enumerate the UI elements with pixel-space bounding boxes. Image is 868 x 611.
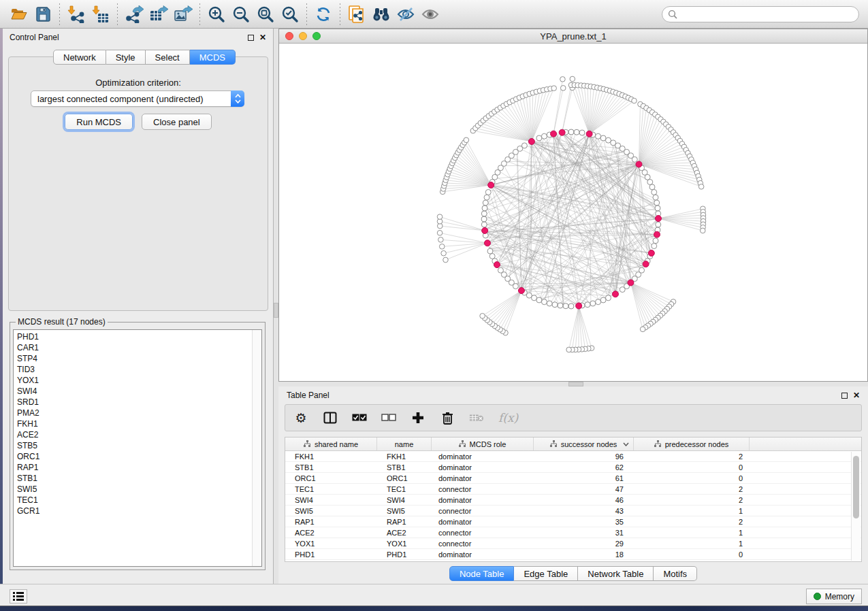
table-cell[interactable]: connector xyxy=(432,529,534,537)
graph-node[interactable] xyxy=(596,133,601,139)
graph-node[interactable] xyxy=(585,302,590,308)
mcds-result-item[interactable]: ORC1 xyxy=(17,451,261,462)
zoom-in-button[interactable] xyxy=(204,2,229,27)
table-cell[interactable]: 2 xyxy=(634,452,750,461)
column-header-successor-nodes[interactable]: successor nodes xyxy=(534,437,634,450)
table-row[interactable]: YOX1YOX1connector291 xyxy=(285,538,861,549)
graph-node[interactable] xyxy=(568,303,574,309)
graph-node[interactable] xyxy=(485,189,491,195)
table-cell[interactable]: dominator xyxy=(432,496,534,504)
table-row[interactable]: SWI4SWI4dominator462 xyxy=(285,495,861,506)
table-cell[interactable]: 62 xyxy=(534,463,634,472)
refresh-layout-button[interactable] xyxy=(311,2,336,27)
table-cell[interactable]: 1 xyxy=(634,507,750,515)
table-cell[interactable]: RAP1 xyxy=(285,518,377,526)
graph-node[interactable] xyxy=(596,299,601,305)
table-cell[interactable]: 61 xyxy=(534,474,634,482)
table-cell[interactable]: SWI5 xyxy=(285,507,377,515)
table-cell[interactable]: 0 xyxy=(634,463,750,472)
column-header-shared-name[interactable]: shared name xyxy=(285,437,377,450)
graph-node[interactable] xyxy=(521,143,527,148)
graph-mcds-hub-node[interactable] xyxy=(576,303,582,309)
run-mcds-button[interactable]: Run MCDS xyxy=(65,114,133,130)
graph-node[interactable] xyxy=(647,180,653,185)
graph-node[interactable] xyxy=(649,184,655,190)
graph-leaf-node[interactable] xyxy=(441,250,447,256)
graph-mcds-hub-node[interactable] xyxy=(586,131,592,137)
export-image-button[interactable] xyxy=(171,2,195,27)
graph-node[interactable] xyxy=(653,195,658,200)
graph-node[interactable] xyxy=(653,238,658,244)
table-cell[interactable]: connector xyxy=(432,540,534,548)
table-cell[interactable]: TEC1 xyxy=(285,485,377,493)
table-settings-button[interactable]: ⚙ xyxy=(293,409,308,427)
graph-mcds-hub-node[interactable] xyxy=(559,129,565,135)
graph-node[interactable] xyxy=(484,195,489,200)
graph-mcds-hub-node[interactable] xyxy=(494,262,500,268)
graph-leaf-node[interactable] xyxy=(560,77,566,82)
graph-node[interactable] xyxy=(536,297,542,303)
result-list-scrollbar[interactable] xyxy=(252,330,261,566)
table-cell[interactable]: 96 xyxy=(534,452,634,461)
table-scrollbar-thumb[interactable] xyxy=(853,456,859,518)
table-cell[interactable]: dominator xyxy=(432,474,534,482)
graph-node[interactable] xyxy=(487,248,493,254)
table-cell[interactable]: 2 xyxy=(634,485,750,493)
search-network-button[interactable] xyxy=(369,2,393,27)
table-cell[interactable]: FKH1 xyxy=(377,452,432,461)
show-hidden-button[interactable] xyxy=(418,2,443,27)
tab-motifs[interactable]: Motifs xyxy=(654,566,697,581)
vertical-splitter[interactable] xyxy=(274,29,278,584)
float-panel-icon[interactable] xyxy=(841,393,848,399)
table-cell[interactable]: 2 xyxy=(634,496,750,504)
mcds-result-item[interactable]: SWI5 xyxy=(17,484,261,495)
graph-node[interactable] xyxy=(656,222,661,227)
network-window-titlebar[interactable]: YPA_prune.txt_1 xyxy=(279,29,867,44)
graph-leaf-node[interactable] xyxy=(700,228,705,233)
table-cell[interactable]: ACE2 xyxy=(377,529,432,537)
delete-column-button[interactable] xyxy=(440,409,455,427)
network-graph[interactable] xyxy=(279,44,867,381)
graph-node[interactable] xyxy=(481,222,487,227)
task-history-button[interactable] xyxy=(10,589,27,604)
mcds-result-item[interactable]: STB5 xyxy=(17,440,261,451)
mcds-result-list[interactable]: PHD1CAR1STP4TID3YOX1SWI4SRD1PMA2FKH1ACE2… xyxy=(13,329,262,567)
mcds-result-item[interactable]: SRD1 xyxy=(17,397,261,408)
delete-table-button[interactable] xyxy=(469,409,484,427)
memory-status-button[interactable]: Memory xyxy=(806,589,862,604)
mcds-result-item[interactable]: YOX1 xyxy=(17,375,261,386)
add-column-button[interactable] xyxy=(411,409,425,427)
column-header-MCDS-role[interactable]: MCDS role xyxy=(432,437,534,450)
graph-node[interactable] xyxy=(652,244,657,249)
horizontal-splitter[interactable] xyxy=(278,382,868,386)
table-row[interactable]: ORC1ORC1dominator610 xyxy=(285,473,861,484)
zoom-fit-button[interactable] xyxy=(253,2,278,27)
tab-network-table[interactable]: Network Table xyxy=(578,566,654,581)
show-column-panel-button[interactable] xyxy=(323,409,338,427)
table-cell[interactable]: 2 xyxy=(634,518,750,526)
table-cell[interactable]: 35 xyxy=(534,518,634,526)
table-cell[interactable]: ACE2 xyxy=(285,529,377,537)
table-cell[interactable]: dominator xyxy=(432,463,534,472)
graph-leaf-node[interactable] xyxy=(570,76,575,82)
graph-node[interactable] xyxy=(652,189,657,195)
graph-mcds-hub-node[interactable] xyxy=(648,250,654,257)
table-cell[interactable]: 0 xyxy=(634,474,750,482)
close-panel-button[interactable]: Close panel xyxy=(142,114,212,130)
graph-mcds-hub-node[interactable] xyxy=(482,227,488,233)
graph-mcds-hub-node[interactable] xyxy=(654,231,660,237)
import-table-button[interactable] xyxy=(89,2,113,27)
graph-mcds-hub-node[interactable] xyxy=(636,161,642,167)
mcds-result-item[interactable]: RAP1 xyxy=(17,462,261,473)
graph-leaf-node[interactable] xyxy=(480,313,485,318)
graph-mcds-hub-node[interactable] xyxy=(551,131,557,137)
table-cell[interactable]: ORC1 xyxy=(377,474,432,482)
table-row[interactable]: SWI5SWI5connector431 xyxy=(285,506,861,516)
table-row[interactable]: FKH1FKH1dominator962 xyxy=(285,451,861,462)
mcds-result-item[interactable]: TEC1 xyxy=(17,495,261,506)
splitter-grip[interactable] xyxy=(274,303,278,318)
graph-node[interactable] xyxy=(552,302,558,308)
graph-mcds-hub-node[interactable] xyxy=(484,240,490,246)
table-cell[interactable]: 1 xyxy=(634,529,750,537)
graph-mcds-hub-node[interactable] xyxy=(518,288,524,294)
